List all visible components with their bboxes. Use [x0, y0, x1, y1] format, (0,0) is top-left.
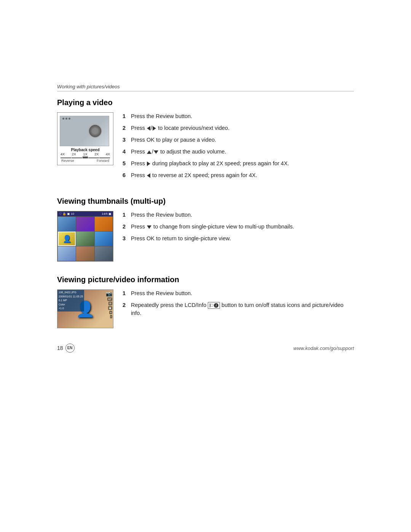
instr-item: 2 Press / to locate previous/next video.: [123, 124, 354, 132]
section-label: Working with pictures/videos: [57, 84, 354, 89]
thumb-cell: [95, 232, 113, 246]
instr-item: 6 Press to reverse at 2X speed; press ag…: [123, 171, 354, 179]
instr-item: 4 Press / to adjust the audio volume.: [123, 148, 354, 156]
playing-video-block: Playback speed 4X2X1X2X4X Reverse Forwar…: [57, 112, 354, 183]
thumbnails-section: Viewing thumbnails (multi-up) ♡ 🔒 ▣ 10 1…: [57, 197, 354, 262]
up-arrow-icon: [147, 150, 151, 154]
instr-item: 2 Press to change from single-picture vi…: [123, 223, 354, 231]
thumb-cell: [95, 217, 113, 231]
thumb-header-icons: ♡ 🔒 ▣ 10: [59, 212, 74, 216]
thumb-cell: [76, 246, 94, 261]
viewing-info-block: 👤 106_0422.JPG 2006/01/01 11:05:25 6.1 M…: [57, 289, 354, 328]
photo-count: 14/5 ▣: [102, 212, 112, 216]
website-url: www.kodak.com/go/support: [293, 345, 354, 351]
instr-item: 3 Press OK to play or pause a video.: [123, 136, 354, 144]
thumbnails-title: Viewing thumbnails (multi-up): [57, 197, 354, 206]
icon-badge-2: ▣: [108, 306, 112, 310]
playing-video-instructions: 1 Press the Review button. 2 Press / to …: [123, 112, 354, 183]
camera-lens: [88, 124, 102, 138]
section-divider: [57, 91, 354, 91]
af-badge: AF: [107, 297, 112, 301]
count-icon: 10: [71, 212, 74, 216]
speed-direction-labels: Reverse Forward: [60, 159, 111, 163]
thumb-cell: [76, 232, 94, 246]
reverse-icon: [147, 173, 150, 178]
instr-item: 2 Repeatedly press the LCD/Info |□ i but…: [123, 301, 354, 317]
icon-badge-4: ▪: [110, 315, 112, 318]
thumb-cell: [58, 217, 76, 231]
instr-item: 1 Press the Review button.: [123, 289, 354, 297]
viewing-info-section: Viewing picture/video information 👤 106_…: [57, 275, 354, 328]
playback-speed-label: Playback speed: [60, 148, 111, 152]
image-icon: ▣: [67, 212, 70, 216]
pinfo-image: 👤 106_0422.JPG 2006/01/01 11:05:25 6.1 M…: [57, 290, 113, 328]
viewing-info-instructions: 1 Press the Review button. 2 Repeatedly …: [123, 289, 354, 321]
thumb-cell: [58, 246, 76, 261]
icon-badge-3: ≡: [109, 311, 112, 314]
page-content: Working with pictures/videos Playing a v…: [57, 0, 354, 383]
person-icon: 👤: [63, 235, 71, 243]
camera-badge-icon: 📷: [106, 291, 112, 297]
playing-video-title: Playing a video: [57, 98, 354, 107]
instr-item: 5 Press during playback to play at 2X sp…: [123, 160, 354, 168]
lock-icon: 🔒: [62, 212, 66, 216]
thumb-cell: [76, 217, 94, 231]
icon-badge-1: ⊞: [108, 302, 112, 305]
pinfo-overlay-text: 106_0422.JPG 2006/01/01 11:05:25 6.1 MP …: [57, 290, 84, 312]
speed-marks: 4X2X1X2X4X: [60, 152, 111, 156]
thumbnails-block: ♡ 🔒 ▣ 10 14/5 ▣ 👤: [57, 211, 354, 262]
instr-item: 1 Press the Review button.: [123, 211, 354, 219]
page-footer: 18 EN www.kodak.com/go/support: [57, 342, 354, 353]
down-arrow-icon: [154, 150, 158, 154]
left-arrow-icon: [147, 126, 150, 131]
instr-item: 3 Press OK to return to single-picture v…: [123, 235, 354, 243]
instr-item: 1 Press the Review button.: [123, 112, 354, 120]
thumb-cell-selected: 👤: [58, 232, 76, 246]
info-circle-icon: i: [214, 303, 218, 308]
forward-icon: [147, 161, 150, 166]
thumb-header: ♡ 🔒 ▣ 10 14/5 ▣: [57, 211, 113, 216]
right-arrow-icon: [153, 126, 156, 131]
picture-info-diagram: 👤 106_0422.JPG 2006/01/01 11:05:25 6.1 M…: [57, 289, 113, 328]
pinfo-icons-right: 📷 AF ⊞ ▣ ≡ ▪: [106, 291, 112, 318]
heart-icon: ♡: [59, 212, 62, 216]
thumbnails-diagram: ♡ 🔒 ▣ 10 14/5 ▣ 👤: [57, 211, 113, 262]
camera-image: [60, 116, 109, 146]
thumbnails-instructions: 1 Press the Review button. 2 Press to ch…: [123, 211, 354, 246]
viewing-info-title: Viewing picture/video information: [57, 275, 354, 284]
language-badge: EN: [65, 343, 75, 353]
video-diagram: Playback speed 4X2X1X2X4X Reverse Forwar…: [57, 112, 113, 165]
thumbnail-grid: 👤: [57, 216, 113, 261]
playing-video-section: Playing a video Pl: [57, 98, 354, 183]
down-icon: [147, 225, 151, 229]
thumb-cell: [95, 246, 113, 261]
lcd-info-button[interactable]: |□ i: [208, 302, 220, 309]
page-number: 18 EN: [57, 343, 75, 353]
